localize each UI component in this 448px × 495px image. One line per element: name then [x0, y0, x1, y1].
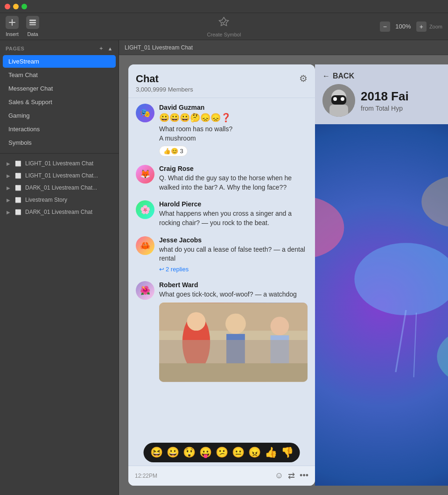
emoji-3[interactable]: 😲 [183, 446, 196, 459]
artboard-item-3[interactable]: ▶ ⬜ DARK_01 Livestream Chat... [2, 182, 117, 193]
chat-input-bar: 12:22PM ☺ ⇄ ••• [128, 466, 315, 486]
chat-input-time: 12:22PM [135, 473, 271, 479]
add-page-button[interactable]: ＋ ▲ [98, 45, 113, 52]
create-symbol-button[interactable]: Create Symbol [207, 15, 241, 37]
plus-icon: ＋ [98, 45, 104, 52]
svg-point-19 [333, 97, 337, 101]
zoom-label: Zoom [429, 24, 442, 29]
artboard-arrow-icon: ▶ [7, 210, 10, 215]
sidebar: PAGES ＋ ▲ LiveStream Team Chat Messenger… [0, 40, 119, 495]
artboard-icon: ⬜ [15, 197, 21, 203]
chat-message-1: 🎭 David Guzman 😀😀😀🤔😞😞❓ What room has no … [136, 104, 308, 156]
artboard-label-5: DARK_01 Livestream Chat [25, 209, 92, 215]
artboard-item-4[interactable]: ▶ ⬜ Livestream Story [2, 194, 117, 205]
chat-header: Chat 3,000,9999 Members ⚙ [128, 64, 315, 98]
chat-msg-body-2: Craig Rose Q. What did the guy say to th… [159, 165, 308, 192]
right-panel-title: 2018 Fai [361, 89, 409, 104]
toolbar: Insert Data Create Symbol − 100% + Zoom [0, 13, 448, 40]
sidebar-item-gaming[interactable]: Gaming [3, 109, 116, 122]
zoom-out-button[interactable]: − [380, 21, 390, 32]
svg-point-20 [341, 97, 344, 101]
replies-count-4: 2 replies [166, 266, 189, 273]
chat-message-4: 🦀 Jesse Jacobs what do you call a lease … [136, 236, 308, 273]
sidebar-item-sales-support[interactable]: Sales & Support [3, 96, 116, 108]
chat-reactions-1: 👍😊 3 [159, 146, 308, 156]
artboard-label-3: DARK_01 Livestream Chat... [25, 184, 97, 191]
data-button[interactable]: Data [26, 16, 39, 37]
chat-image-meme [159, 303, 308, 382]
emoji-thumbsup[interactable]: 👍 [265, 446, 277, 459]
emoji-thumbsdown[interactable]: 👎 [281, 446, 294, 459]
artboard-item-5[interactable]: ▶ ⬜ DARK_01 Livestream Chat [2, 206, 117, 218]
artboard-arrow-icon: ▶ [7, 161, 10, 166]
artboard-label-4: Livestream Story [25, 197, 67, 203]
sidebar-item-livestream[interactable]: LiveStream [3, 55, 116, 68]
reply-icon[interactable]: ⇄ [288, 471, 295, 481]
content-tab: LIGHT_01 Livestream Chat [125, 44, 193, 51]
emoji-4[interactable]: 😛 [199, 446, 212, 459]
chat-message-2: 🦊 Craig Rose Q. What did the guy say to … [136, 165, 308, 192]
toolbar-left: Insert Data [6, 16, 39, 37]
right-panel-info: 2018 Fai from Total Hyp [361, 89, 409, 112]
zoom-in-button[interactable]: + [416, 21, 427, 32]
insert-icon [6, 16, 19, 29]
chat-message-5: 🌺 Robert Ward What goes tick-tock, woof-… [136, 281, 308, 382]
traffic-lights [5, 4, 27, 9]
emoji-picker-icon[interactable]: ☺ [275, 471, 283, 481]
sidebar-item-symbols[interactable]: Symbols [3, 136, 116, 149]
svg-rect-14 [159, 363, 308, 382]
collapse-icon: ▲ [108, 46, 113, 51]
avatar-david-guzman: 🎭 [136, 104, 154, 122]
artboard-arrow-icon: ▶ [7, 185, 10, 191]
emoji-1[interactable]: 😆 [150, 446, 163, 459]
chat-msg-author-2: Craig Rose [159, 165, 308, 172]
chat-replies-4[interactable]: ↩ 2 replies [159, 266, 308, 273]
sidebar-item-messenger-chat[interactable]: Messenger Chat [3, 82, 116, 95]
avatar-harold-pierce: 🌸 [136, 200, 154, 219]
chat-title: Chat [136, 73, 193, 85]
reaction-bubble-1[interactable]: 👍😊 3 [159, 146, 188, 156]
artboard-icon: ⬜ [15, 173, 21, 179]
settings-gear-icon[interactable]: ⚙ [299, 73, 308, 84]
svg-rect-15 [159, 340, 308, 363]
chat-panel: Chat 3,000,9999 Members ⚙ 🎭 David Guzman… [128, 64, 315, 486]
chat-msg-author-3: Harold Pierce [159, 200, 308, 208]
sidebar-item-team-chat[interactable]: Team Chat [3, 69, 116, 81]
emoji-bar: 😆 😀 😲 😛 😕 😐 😠 👍 👎 [144, 443, 300, 462]
avatar-robert-ward: 🌺 [136, 281, 154, 300]
artboard-icon: ⬜ [15, 209, 21, 215]
right-panel-header: ← BACK [315, 64, 448, 124]
artboard-icon: ⬜ [15, 185, 21, 191]
emoji-6[interactable]: 😐 [232, 446, 245, 459]
svg-point-12 [271, 317, 289, 336]
emoji-7[interactable]: 😠 [248, 446, 261, 459]
chat-msg-body-5: Robert Ward What goes tick-tock, woof-wo… [159, 281, 308, 382]
chat-msg-text-3: What happens when you cross a singer and… [159, 209, 308, 227]
emoji-2[interactable]: 😀 [167, 446, 179, 459]
insert-button[interactable]: Insert [6, 16, 19, 37]
sidebar-item-interactions[interactable]: Interactions [3, 123, 116, 135]
chat-header-info: Chat 3,000,9999 Members [136, 73, 193, 93]
create-symbol-icon [217, 15, 231, 31]
chat-msg-author-4: Jesse Jacobs [159, 236, 308, 244]
minimize-button[interactable] [13, 4, 19, 9]
artboard-item-1[interactable]: ▶ ⬜ LIGHT_01 Livestream Chat [2, 158, 117, 169]
artboard-arrow-icon: ▶ [7, 198, 10, 203]
more-options-icon[interactable]: ••• [300, 471, 308, 481]
close-button[interactable] [5, 4, 10, 9]
chat-msg-text-1: What room has no walls?A mushroom [159, 125, 308, 143]
maximize-button[interactable] [21, 4, 27, 9]
svg-rect-1 [12, 19, 13, 26]
artboard-item-2[interactable]: ▶ ⬜ LIGHT_01 Livestream Chat... [2, 170, 117, 181]
emoji-5[interactable]: 😕 [216, 446, 228, 459]
back-arrow-icon: ← [322, 72, 330, 80]
right-panel-avatar [322, 84, 355, 117]
svg-rect-3 [29, 22, 36, 23]
chat-msg-body-1: David Guzman 😀😀😀🤔😞😞❓ What room has no wa… [159, 104, 308, 156]
chat-messages[interactable]: 🎭 David Guzman 😀😀😀🤔😞😞❓ What room has no … [128, 98, 315, 466]
back-label: BACK [333, 72, 354, 80]
back-button[interactable]: ← BACK [322, 72, 441, 80]
chat-msg-author-5: Robert Ward [159, 281, 308, 289]
canvas: Chat 3,000,9999 Members ⚙ 🎭 David Guzman… [119, 55, 448, 495]
right-panel-image [315, 124, 448, 486]
